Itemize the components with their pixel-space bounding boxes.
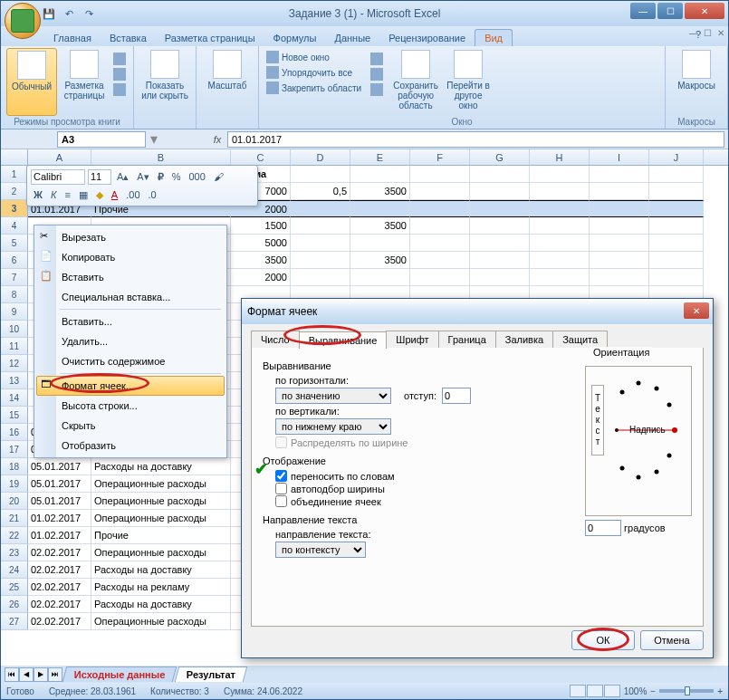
tab-nav-last-icon[interactable]: ⏭ xyxy=(48,667,62,682)
view-normal-button[interactable]: Обычный xyxy=(6,48,57,116)
office-button[interactable] xyxy=(5,3,41,39)
cell[interactable]: Расходы на рекламу xyxy=(91,579,231,596)
cell[interactable]: Расходы на доставку xyxy=(91,596,231,613)
save-icon[interactable]: 💾 xyxy=(41,5,57,22)
ctx-copy[interactable]: 📄Копировать xyxy=(36,247,225,267)
view-pagebreak-icon[interactable] xyxy=(604,685,620,697)
cell[interactable] xyxy=(350,200,410,217)
cell[interactable] xyxy=(470,269,530,286)
ctx-row-height[interactable]: Высота строки... xyxy=(36,396,225,416)
row-header[interactable]: 20 xyxy=(1,493,28,510)
view-pagebreak-button[interactable] xyxy=(111,52,128,66)
show-hide-button[interactable]: Показать или скрыть xyxy=(139,48,190,126)
cell[interactable]: 05.01.2017 xyxy=(28,475,91,493)
ctx-hide[interactable]: Скрыть xyxy=(36,416,225,436)
cell[interactable] xyxy=(530,183,590,200)
dialog-close-button[interactable]: ✕ xyxy=(684,302,709,319)
row-header[interactable]: 7 xyxy=(1,269,28,286)
bold-icon[interactable]: Ж xyxy=(31,189,45,200)
cell[interactable] xyxy=(470,200,530,217)
fx-icon[interactable]: fx xyxy=(209,134,225,145)
col-header[interactable]: C xyxy=(231,149,291,165)
mdi-minimize-icon[interactable]: — xyxy=(689,28,698,38)
cell[interactable] xyxy=(590,252,649,269)
merge-cells-checkbox[interactable] xyxy=(275,495,287,507)
cell[interactable] xyxy=(410,269,470,286)
cell[interactable] xyxy=(470,183,530,200)
tab-nav-next-icon[interactable]: ▶ xyxy=(34,667,48,682)
tab-home[interactable]: Главная xyxy=(44,30,101,46)
cell[interactable] xyxy=(470,217,530,235)
row-header[interactable]: 22 xyxy=(1,527,28,544)
ctx-paste-special[interactable]: Специальная вставка... xyxy=(36,287,225,307)
cell[interactable] xyxy=(649,217,704,235)
accounting-format-icon[interactable]: ₽ xyxy=(155,171,167,183)
cell[interactable]: 3500 xyxy=(350,252,410,269)
close-button[interactable]: ✕ xyxy=(685,3,724,19)
cell[interactable] xyxy=(590,235,649,252)
row-header[interactable]: 16 xyxy=(1,424,28,441)
h-align-select[interactable]: по значению xyxy=(275,388,391,404)
row-header[interactable]: 17 xyxy=(1,441,28,458)
tab-formulas[interactable]: Формулы xyxy=(264,30,326,46)
col-header[interactable]: A xyxy=(28,149,91,165)
ctx-insert[interactable]: Вставить... xyxy=(36,312,225,331)
cell[interactable]: 3500 xyxy=(350,217,410,235)
cell[interactable]: 1500 xyxy=(231,217,291,235)
decrease-decimal-icon[interactable]: .0 xyxy=(146,189,159,200)
tab-number[interactable]: Число xyxy=(251,331,300,348)
row-header[interactable]: 24 xyxy=(1,561,28,579)
cell[interactable]: 2000 xyxy=(231,269,291,286)
wrap-text-checkbox[interactable] xyxy=(275,470,287,482)
zoom-button[interactable]: Масштаб xyxy=(202,48,253,126)
view-custom-button[interactable] xyxy=(111,67,128,82)
cell[interactable] xyxy=(410,235,470,252)
cell[interactable] xyxy=(649,200,704,217)
cell[interactable]: 02.02.2017 xyxy=(28,561,91,579)
tab-alignment[interactable]: Выравнивание xyxy=(299,331,388,349)
cell[interactable] xyxy=(350,235,410,252)
formula-bar[interactable]: 01.01.2017 xyxy=(227,131,724,148)
tab-border[interactable]: Граница xyxy=(438,331,496,348)
ctx-cut[interactable]: ✂Вырезать xyxy=(36,227,225,247)
row-header[interactable]: 2 xyxy=(1,183,28,200)
row-header[interactable]: 3 xyxy=(1,200,28,217)
decrease-font-icon[interactable]: A▾ xyxy=(134,171,151,183)
row-header[interactable]: 4 xyxy=(1,217,28,235)
col-header[interactable]: B xyxy=(91,149,231,165)
cell[interactable] xyxy=(410,200,470,217)
indent-spinner[interactable] xyxy=(442,388,471,404)
cell[interactable]: 02.02.2017 xyxy=(28,544,91,561)
row-header[interactable]: 10 xyxy=(1,321,28,338)
cell[interactable]: Операционные расходы xyxy=(91,544,231,561)
degrees-spinner[interactable] xyxy=(585,520,621,536)
zoom-in-icon[interactable]: + xyxy=(717,686,723,696)
cell[interactable]: 05.01.2017 xyxy=(28,458,91,475)
cell[interactable] xyxy=(291,269,350,286)
tab-protection[interactable]: Защита xyxy=(552,331,608,348)
undo-icon[interactable]: ↶ xyxy=(61,5,77,22)
cell[interactable] xyxy=(410,217,470,235)
cell[interactable] xyxy=(350,166,410,183)
align-center-icon[interactable]: ≡ xyxy=(62,189,72,200)
autofit-checkbox[interactable] xyxy=(275,483,287,494)
cell[interactable]: 5000 xyxy=(231,235,291,252)
cell[interactable]: 05.01.2017 xyxy=(28,493,91,510)
cell[interactable] xyxy=(470,252,530,269)
arrange-button[interactable]: Упорядочить все xyxy=(264,65,363,80)
col-header[interactable]: F xyxy=(410,149,470,165)
split-button[interactable] xyxy=(369,52,385,66)
orientation-control[interactable]: Текст Надпись xyxy=(585,366,692,516)
cell[interactable]: Операционные расходы xyxy=(91,510,231,527)
cell[interactable] xyxy=(291,217,350,235)
font-size-select[interactable] xyxy=(88,169,111,185)
increase-decimal-icon[interactable]: .00 xyxy=(123,189,142,200)
cell[interactable] xyxy=(410,166,470,183)
hide-window-button[interactable] xyxy=(369,67,385,82)
tab-data[interactable]: Данные xyxy=(325,30,379,46)
cell[interactable] xyxy=(590,183,649,200)
cell[interactable] xyxy=(530,166,590,183)
cell[interactable]: 01.02.2017 xyxy=(28,510,91,527)
cell[interactable] xyxy=(530,200,590,217)
cell[interactable]: 3500 xyxy=(350,183,410,200)
